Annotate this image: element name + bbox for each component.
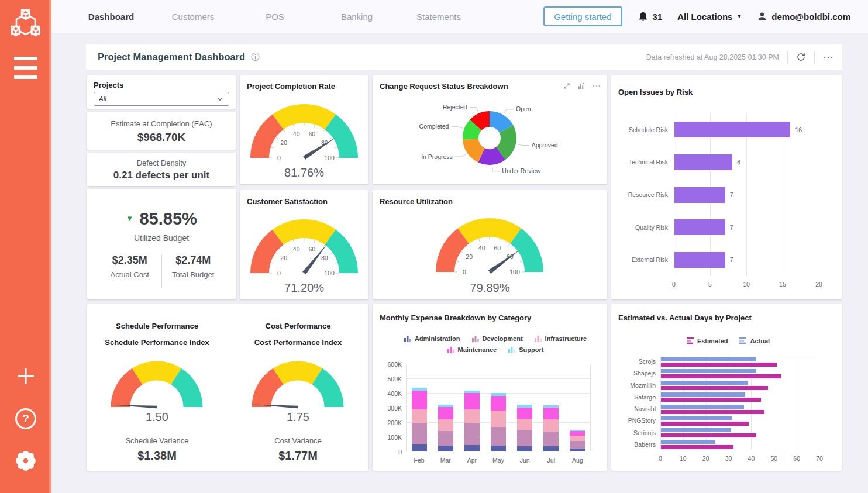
stack-segment-maintenance[interactable] [438,407,453,419]
stack-segment-support[interactable] [412,388,427,391]
x-category-label: Jun [512,457,538,464]
bar-actual[interactable] [661,381,748,385]
projects-filter-card: Projects All [87,75,236,109]
legend-item-estimated[interactable]: Estimated [687,337,728,344]
risk-bar[interactable] [674,154,732,170]
stack-segment-support[interactable] [570,430,585,432]
stack-segment-infrastructure[interactable] [570,436,585,442]
legend-item-development[interactable]: Development [472,335,523,342]
stack-segment-development[interactable] [438,431,453,446]
stack-segment-administration[interactable] [543,446,559,452]
help-icon[interactable]: ? [0,408,51,429]
bar-actual[interactable] [661,405,744,409]
location-label: All Locations [677,12,732,22]
getting-started-button[interactable]: Getting started [543,6,622,26]
stack-segment-administration[interactable] [464,445,480,451]
bar-actual[interactable] [661,416,732,420]
refresh-icon[interactable] [796,52,806,62]
stack-segment-administration[interactable] [517,446,532,451]
bar-actual[interactable] [661,369,756,373]
hamburger-menu-icon[interactable] [0,54,51,82]
stack-segment-infrastructure[interactable] [438,419,453,431]
bar-estimated[interactable] [661,386,768,390]
stack-segment-infrastructure[interactable] [464,409,480,423]
user-account[interactable]: demo@boldbi.com [757,11,850,22]
svg-text:0: 0 [277,154,281,161]
tab-pos[interactable]: POS [234,12,316,22]
settings-gear-icon[interactable] [0,449,51,473]
stack-segment-maintenance[interactable] [543,408,559,419]
stack-segment-administration[interactable] [438,446,453,451]
stack-segment-development[interactable] [570,441,585,449]
more-options-icon[interactable]: ⋯ [823,51,834,64]
svg-text:20: 20 [466,253,473,260]
stack-segment-maintenance[interactable] [517,408,532,419]
location-selector[interactable]: All Locations ▼ [677,12,742,22]
schedule-performance-panel: Schedule Performance Schedule Performanc… [87,304,228,471]
utilization-gauge: 020406080100 [428,211,551,280]
y-tick-label: 500K [380,375,402,382]
bar-estimated[interactable] [661,410,764,414]
stack-segment-maintenance[interactable] [464,393,480,409]
y-tick-label: 300K [380,405,402,412]
risk-bar[interactable] [674,252,725,268]
stack-segment-infrastructure[interactable] [517,419,532,430]
bar-actual[interactable] [661,440,715,444]
bar-actual[interactable] [661,357,756,361]
x-tick-label: 10 [675,455,691,462]
stack-segment-infrastructure[interactable] [412,409,427,423]
tab-customers[interactable]: Customers [152,12,234,22]
add-icon[interactable] [0,366,51,386]
stack-segment-development[interactable] [491,427,506,446]
risk-bar[interactable] [674,122,790,137]
stack-segment-administration[interactable] [412,444,427,452]
stack-segment-infrastructure[interactable] [543,419,559,432]
bar-actual[interactable] [661,392,745,397]
legend-item-infrastructure[interactable]: Infrastructure [535,335,587,342]
notifications[interactable]: 31 [638,11,663,23]
risk-bar[interactable] [674,187,725,203]
stack-segment-support[interactable] [543,405,559,408]
variance-label: Schedule Variance [87,436,228,445]
x-tick-label: 5 [701,281,719,288]
bar-estimated[interactable] [661,398,761,402]
eac-value: $968.70K [87,131,236,144]
schedule-performance-gauge [98,353,215,414]
stack-segment-development[interactable] [464,423,480,445]
stack-segment-support[interactable] [517,405,532,408]
legend-item-support[interactable]: Support [508,346,543,353]
expense-chart: 0100K200K300K400K500K600KFebMarAprMayJun… [380,360,600,467]
bar-estimated[interactable] [661,422,749,426]
stack-segment-support[interactable] [464,391,480,393]
bar-estimated[interactable] [661,433,756,437]
legend-item-administration[interactable]: Administration [404,335,460,342]
stack-segment-development[interactable] [543,432,559,446]
stack-segment-maintenance[interactable] [412,391,427,409]
info-icon[interactable]: ⓘ [251,52,259,63]
bar-estimated[interactable] [661,374,781,378]
x-category-label: May [485,457,511,464]
stack-segment-maintenance[interactable] [570,431,585,436]
tab-statements[interactable]: Statements [398,12,480,22]
tab-dashboard[interactable]: Dashboard [70,12,152,22]
legend-item-maintenance[interactable]: Maintenance [447,346,497,353]
bar-estimated[interactable] [661,445,733,449]
tab-banking[interactable]: Banking [316,12,398,22]
widget-title: Resource Utilization [380,197,453,206]
risk-bar[interactable] [674,219,725,235]
bar-actual[interactable] [661,428,731,432]
legend-label: Maintenance [458,346,497,353]
stack-segment-administration[interactable] [491,446,506,451]
stack-segment-infrastructure[interactable] [491,411,506,427]
stack-segment-support[interactable] [438,405,453,407]
svg-text:100: 100 [509,268,520,275]
bar-estimated[interactable] [661,363,777,367]
stack-segment-administration[interactable] [570,449,585,451]
stack-segment-maintenance[interactable] [491,396,506,411]
projects-filter-select[interactable]: All [94,92,229,106]
stack-segment-development[interactable] [517,430,532,447]
stack-segment-development[interactable] [412,423,427,444]
legend-item-actual[interactable]: Actual [739,337,770,344]
monthly-expense-widget: Monthly Expense Breakdown by Category Ad… [373,304,607,471]
stack-segment-support[interactable] [491,393,506,396]
